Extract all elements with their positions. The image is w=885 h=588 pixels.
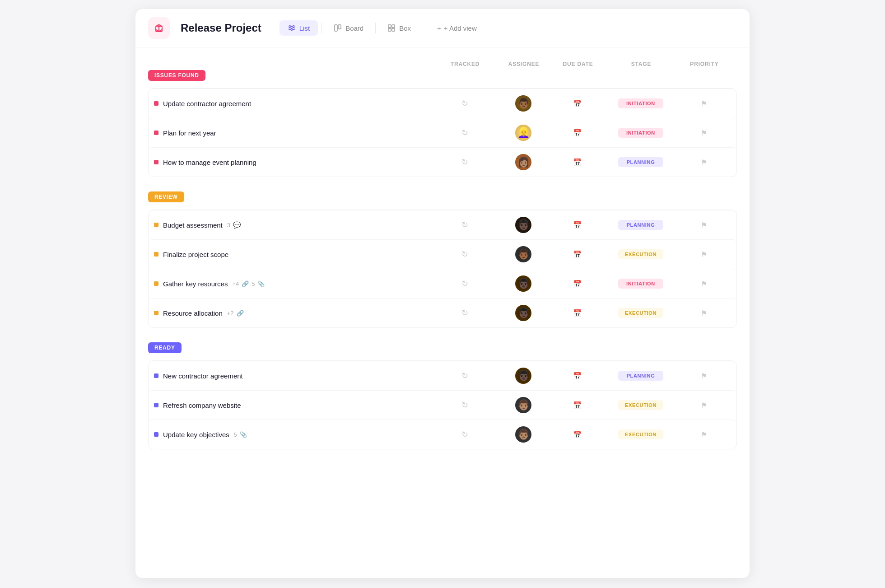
task-row[interactable]: Finalize project scope ↻ 👨🏾 📅 EXECUTION: [149, 239, 736, 269]
priority-cell: ⚑: [677, 221, 731, 229]
stage-cell: INITIATION: [605, 279, 677, 289]
section-review: REVIEW Budget assessment 3 💬 ↻: [148, 191, 737, 328]
due-date-cell: 📅: [550, 430, 605, 439]
due-date-cell: 📅: [550, 309, 605, 317]
priority-cell: ⚑: [677, 280, 731, 288]
flag-icon[interactable]: ⚑: [701, 372, 707, 380]
task-name-cell: Update contractor agreement: [154, 100, 433, 107]
assignee-cell: 👨🏽: [496, 397, 550, 413]
review-card: Budget assessment 3 💬 ↻ 👨🏿 📅: [148, 210, 737, 328]
avatar: 👩🏽: [515, 154, 531, 170]
stage-cell: EXECUTION: [605, 249, 677, 259]
tracked-cell: ↻: [433, 220, 496, 230]
stage-cell: EXECUTION: [605, 400, 677, 410]
calendar-icon[interactable]: 📅: [573, 99, 582, 108]
track-icon[interactable]: ↻: [461, 98, 468, 108]
meta-tag: +2: [227, 310, 234, 317]
stage-cell: INITIATION: [605, 98, 677, 108]
flag-icon[interactable]: ⚑: [701, 401, 707, 410]
ready-card: New contractor agreement ↻ 👨🏿 📅 PLANNING: [148, 360, 737, 449]
task-row[interactable]: Update contractor agreement ↻ 👨🏾 📅 INITI…: [149, 89, 736, 118]
track-icon[interactable]: ↻: [461, 128, 468, 138]
calendar-icon[interactable]: 📅: [573, 129, 582, 137]
tracked-cell: ↻: [433, 249, 496, 259]
calendar-icon[interactable]: 📅: [573, 309, 582, 317]
task-meta: 3 💬: [227, 221, 241, 229]
task-row[interactable]: New contractor agreement ↻ 👨🏿 📅 PLANNING: [149, 361, 736, 390]
task-row[interactable]: Gather key resources +4 🔗 5 📎 ↻ 👨🏿: [149, 269, 736, 298]
tracked-cell: ↻: [433, 98, 496, 108]
flag-icon[interactable]: ⚑: [701, 158, 707, 167]
calendar-icon[interactable]: 📅: [573, 250, 582, 259]
assignee-cell: 👨🏿: [496, 217, 550, 233]
track-icon[interactable]: ↻: [461, 429, 468, 439]
due-date-cell: 📅: [550, 221, 605, 229]
flag-icon[interactable]: ⚑: [701, 250, 707, 259]
avatar: 👨🏿: [515, 275, 531, 292]
col-priority: PRIORITY: [677, 61, 731, 67]
avatar: 👨🏿: [515, 305, 531, 321]
track-icon[interactable]: ↻: [461, 157, 468, 167]
task-row[interactable]: Refresh company website ↻ 👨🏽 📅 EXECUTION: [149, 390, 736, 420]
project-title: Release Project: [181, 22, 261, 34]
task-row[interactable]: Update key objectives 5 📎 ↻ 👨🏽 📅: [149, 420, 736, 449]
task-dot: [154, 160, 158, 164]
task-name-cell: Plan for next year: [154, 129, 433, 137]
calendar-icon[interactable]: 📅: [573, 430, 582, 439]
calendar-icon[interactable]: 📅: [573, 280, 582, 288]
task-row[interactable]: Plan for next year ↻ 👱‍♀️ 📅 INITIATION: [149, 118, 736, 147]
flag-icon[interactable]: ⚑: [701, 430, 707, 439]
svg-rect-8: [392, 28, 395, 31]
stage-cell: EXECUTION: [605, 429, 677, 439]
tab-board[interactable]: Board: [326, 20, 372, 36]
due-date-cell: 📅: [550, 250, 605, 259]
tab-list[interactable]: List: [279, 20, 318, 36]
flag-icon[interactable]: ⚑: [701, 129, 707, 137]
priority-cell: ⚑: [677, 129, 731, 137]
track-icon[interactable]: ↻: [461, 308, 468, 318]
track-icon[interactable]: ↻: [461, 249, 468, 259]
header: Release Project List Board: [135, 9, 750, 47]
task-row[interactable]: Resource allocation +2 🔗 ↻ 👨🏿 📅: [149, 298, 736, 327]
due-date-cell: 📅: [550, 129, 605, 137]
stage-badge: PLANNING: [618, 157, 663, 167]
calendar-icon[interactable]: 📅: [573, 221, 582, 229]
stage-cell: PLANNING: [605, 157, 677, 167]
stage-badge: INITIATION: [618, 279, 663, 289]
tab-box[interactable]: Box: [379, 20, 419, 36]
svg-rect-2: [158, 26, 160, 27]
avatar: 👨🏾: [515, 95, 531, 112]
task-dot: [154, 311, 158, 315]
svg-rect-6: [392, 25, 395, 28]
stage-cell: INITIATION: [605, 128, 677, 138]
section-header-review: REVIEW: [148, 191, 737, 206]
assignee-cell: 👩🏽: [496, 154, 550, 170]
task-name-cell: Gather key resources +4 🔗 5 📎: [154, 280, 433, 288]
assignee-cell: 👨🏿: [496, 368, 550, 384]
calendar-icon[interactable]: 📅: [573, 158, 582, 167]
tracked-cell: ↻: [433, 279, 496, 289]
track-icon[interactable]: ↻: [461, 400, 468, 410]
track-icon[interactable]: ↻: [461, 371, 468, 381]
assignee-cell: 👨🏾: [496, 95, 550, 112]
priority-cell: ⚑: [677, 309, 731, 317]
section-header-ready: READY: [148, 342, 737, 357]
col-stage: STAGE: [605, 61, 677, 67]
task-row[interactable]: Budget assessment 3 💬 ↻ 👨🏿 📅: [149, 210, 736, 239]
add-view-button[interactable]: + + Add view: [430, 21, 484, 36]
stage-cell: EXECUTION: [605, 308, 677, 318]
flag-icon[interactable]: ⚑: [701, 309, 707, 317]
stage-cell: PLANNING: [605, 220, 677, 230]
flag-icon[interactable]: ⚑: [701, 221, 707, 229]
task-row[interactable]: How to manage event planning ↻ 👩🏽 📅 PLAN…: [149, 147, 736, 177]
track-icon[interactable]: ↻: [461, 220, 468, 230]
task-name: Budget assessment: [163, 221, 223, 229]
flag-icon[interactable]: ⚑: [701, 99, 707, 108]
flag-icon[interactable]: ⚑: [701, 280, 707, 288]
calendar-icon[interactable]: 📅: [573, 372, 582, 380]
tracked-cell: ↻: [433, 371, 496, 381]
calendar-icon[interactable]: 📅: [573, 401, 582, 410]
stage-cell: PLANNING: [605, 371, 677, 381]
track-icon[interactable]: ↻: [461, 279, 468, 289]
tracked-cell: ↻: [433, 400, 496, 410]
